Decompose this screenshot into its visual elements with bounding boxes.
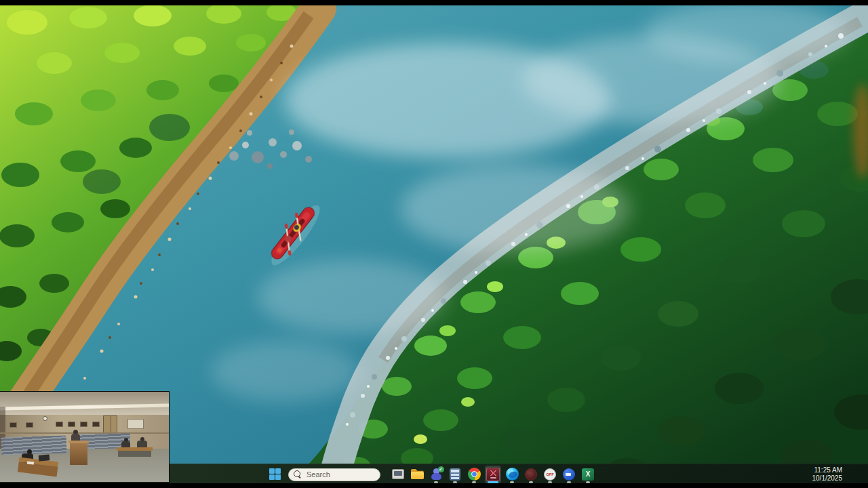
wall-picture [26, 422, 33, 428]
on-off-icon: OFF [544, 468, 556, 481]
windows-logo-icon [269, 468, 281, 480]
taskbar-app-calculator[interactable] [447, 466, 463, 483]
calculator-icon [450, 468, 460, 481]
taskbar-app-teams[interactable]: ✓ [428, 466, 444, 483]
taskbar-search [288, 468, 380, 481]
clock-date: 10/1/2025 [812, 474, 843, 483]
folder-icon [411, 469, 424, 479]
chrome-icon [468, 468, 481, 481]
excel-icon: X [582, 468, 594, 481]
taskbar-app-file-explorer[interactable] [409, 466, 425, 483]
start-button[interactable] [267, 466, 283, 483]
computer-icon [392, 469, 404, 479]
taskbar-clock[interactable]: 11:25 AM 10/1/2025 [812, 466, 843, 483]
recorder-icon [525, 468, 537, 481]
wall-clock [43, 416, 47, 421]
wall-picture [9, 422, 17, 428]
wall-picture [68, 422, 75, 427]
meeting-app-icon [563, 468, 575, 481]
wall-picture [56, 422, 63, 427]
clock-time: 11:25 AM [812, 466, 843, 474]
taskbar-app-onoff[interactable]: OFF [542, 466, 558, 483]
search-icon [294, 470, 300, 477]
whiteboard [127, 419, 144, 429]
taskbar-app-this-pc[interactable] [390, 466, 406, 483]
teams-icon: ✓ [430, 468, 443, 480]
broadcast-app-icon [486, 468, 500, 481]
wall-picture [92, 422, 100, 427]
audience-chairs-left [1, 435, 67, 455]
taskbar-app-meeting[interactable] [561, 466, 577, 483]
taskbar-app-recorder[interactable] [523, 466, 539, 483]
presence-check-icon: ✓ [438, 466, 444, 472]
pip-video-overlay[interactable] [0, 392, 169, 482]
room-ceiling [0, 392, 169, 415]
laptop [39, 454, 50, 461]
taskbar-app-chrome[interactable] [466, 466, 482, 483]
taskbar-app-broadcast[interactable] [485, 466, 501, 483]
taskbar-app-edge[interactable] [504, 466, 520, 483]
podium [70, 441, 87, 465]
chamber-door [103, 415, 117, 433]
edge-icon [506, 468, 519, 481]
officials-table [117, 447, 153, 451]
search-input[interactable] [288, 468, 380, 481]
wall-picture [80, 422, 87, 427]
taskbar-app-excel[interactable]: X [580, 466, 596, 483]
